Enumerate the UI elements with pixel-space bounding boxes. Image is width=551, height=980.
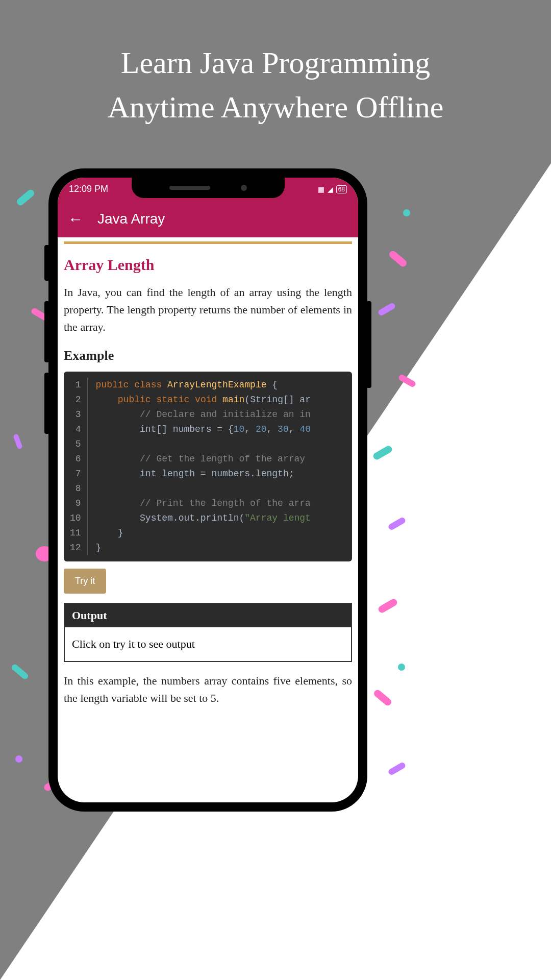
phone-side-button (44, 301, 49, 362)
confetti-piece (15, 755, 22, 763)
phone-side-button (44, 373, 49, 434)
output-body: Click on try it to see output (65, 627, 351, 661)
promo-headline: Learn Java Programming Anytime Anywhere … (0, 41, 551, 130)
example-label: Example (64, 348, 352, 363)
phone-notch (132, 178, 285, 198)
back-arrow-icon[interactable]: ← (68, 210, 83, 228)
phone-frame: 12:09 PM ▦ ◢ 68 ← Java Array Array Lengt… (48, 168, 367, 812)
status-time: 12:09 PM (69, 184, 108, 194)
confetti-piece (398, 664, 405, 671)
section-title: Array Length (64, 256, 352, 274)
network-icon: ▦ (318, 185, 324, 193)
battery-icon: 68 (336, 185, 347, 193)
signal-icon: ◢ (328, 185, 333, 193)
app-bar: ← Java Array (58, 201, 358, 237)
footer-paragraph: In this example, the numbers array conta… (64, 672, 352, 707)
line-numbers: 123456789101112 (64, 378, 88, 555)
code-block[interactable]: 123456789101112 public class ArrayLength… (64, 372, 352, 561)
intro-paragraph: In Java, you can find the length of an a… (64, 284, 352, 336)
output-header: Output (65, 604, 351, 627)
article-content[interactable]: Array Length In Java, you can find the l… (58, 241, 358, 729)
phone-side-button (366, 301, 371, 388)
phone-side-button (44, 245, 49, 281)
code-lines: public class ArrayLengthExample { public… (88, 378, 352, 555)
phone-screen: 12:09 PM ▦ ◢ 68 ← Java Array Array Lengt… (58, 178, 358, 802)
output-box: Output Click on try it to see output (64, 603, 352, 662)
divider (64, 241, 352, 244)
promo-line1: Learn Java Programming (121, 46, 430, 80)
app-bar-title: Java Array (97, 211, 165, 227)
status-indicators: ▦ ◢ 68 (318, 185, 347, 193)
try-it-button[interactable]: Try it (64, 569, 106, 594)
confetti-piece (403, 209, 410, 216)
promo-line2: Anytime Anywhere Offline (108, 90, 444, 124)
